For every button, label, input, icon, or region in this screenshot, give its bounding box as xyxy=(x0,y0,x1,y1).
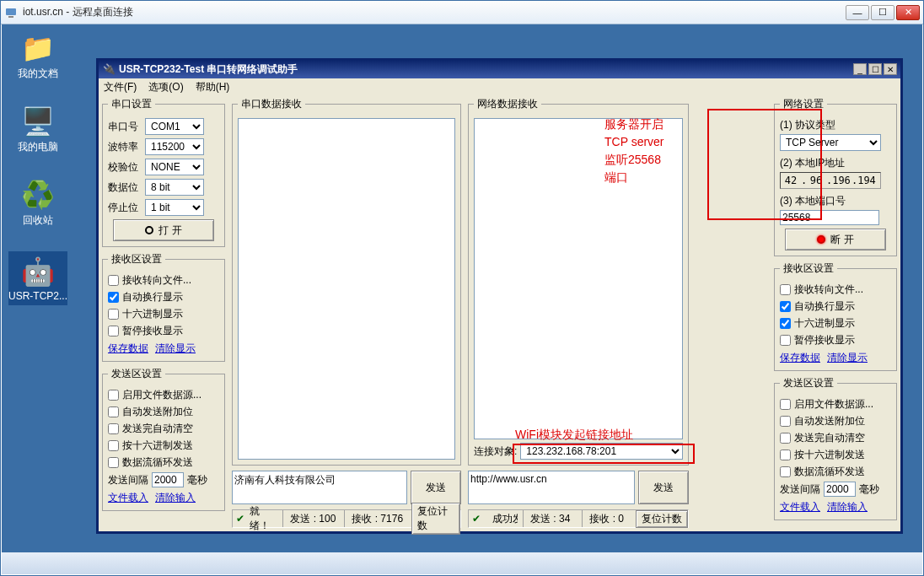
app-minimize-button[interactable]: _ xyxy=(853,63,867,75)
net-rx-settings-group: 接收区设置 接收转向文件... 自动换行显示 十六进制显示 暂停接收显示 保存数… xyxy=(774,261,897,371)
protocol-select[interactable]: TCP Server xyxy=(780,134,881,151)
conn-target-select[interactable]: 123.232.168.78:201 xyxy=(520,443,683,460)
menu-help[interactable]: 帮助(H) xyxy=(196,80,230,94)
menu-options[interactable]: 选项(O) xyxy=(148,80,183,94)
nrx-tofile-check[interactable] xyxy=(780,284,791,295)
close-button[interactable]: ✕ xyxy=(896,5,920,20)
ntx-file-check[interactable] xyxy=(780,399,791,410)
tx-hex-check[interactable] xyxy=(108,440,119,451)
nrx-hex-check[interactable] xyxy=(780,318,791,329)
nrx-clear-link[interactable]: 清除显示 xyxy=(827,351,868,365)
serial-send-button[interactable]: 发送 xyxy=(411,471,461,504)
local-ip-input[interactable]: 42.96.196.194 xyxy=(780,172,881,189)
parity-select[interactable]: NONE xyxy=(145,159,204,175)
net-rx-display-group: 网络数据接收 连接对象: 123.232.168.78:201 xyxy=(468,97,689,466)
serial-settings-group: 串口设置 串口号COM1 波特率115200 校验位NONE 数据位8 bit … xyxy=(102,97,225,247)
ntx-interval-input[interactable] xyxy=(824,482,856,497)
tx-file-check[interactable] xyxy=(108,390,119,401)
tx-load-link[interactable]: 文件载入 xyxy=(108,491,148,505)
rx-clear-link[interactable]: 清除显示 xyxy=(155,342,196,356)
serial-open-button[interactable]: 打 开 xyxy=(113,219,214,241)
tx-interval-input[interactable] xyxy=(152,472,184,487)
rx-pause-check[interactable] xyxy=(108,326,119,336)
tx-clear-link[interactable]: 清除输入 xyxy=(155,491,196,505)
recyclebin-icon[interactable]: ♻️ 回收站 xyxy=(8,178,67,228)
serial-rx-display-group: 串口数据接收 xyxy=(232,97,461,466)
rdp-icon xyxy=(4,6,18,19)
net-settings-group: 网络设置 (1) 协议类型 TCP Server (2) 本地IP地址 42.9… xyxy=(774,97,897,256)
taskbar xyxy=(2,552,922,574)
serial-status-bar: ✔就绪！ 发送 : 100 接收 : 7176 复位计数 xyxy=(232,509,461,528)
net-status-bar: ✔ 成功发送 http://www.usr 发送 : 34 接收 : 0 复位计… xyxy=(468,509,689,528)
baud-select[interactable]: 115200 xyxy=(145,138,204,155)
app-icon: 🔌 xyxy=(102,62,116,76)
ntx-loop-check[interactable] xyxy=(780,466,791,477)
app-titlebar: 🔌 USR-TCP232-Test 串口转网络调试助手 _ ☐ ✕ xyxy=(99,60,900,78)
rx-tofile-check[interactable] xyxy=(108,275,119,286)
rx-save-link[interactable]: 保存数据 xyxy=(108,342,148,356)
remote-desktop-area: 📁 我的文档 🖥️ 我的电脑 ♻️ 回收站 🤖 USR-TCP2... 🔌 US… xyxy=(2,24,922,552)
nrx-save-link[interactable]: 保存数据 xyxy=(780,351,820,365)
net-tx-settings-group: 发送区设置 启用文件数据源... 自动发送附加位 发送完自动清空 按十六进制发送… xyxy=(774,376,897,520)
ntx-hex-check[interactable] xyxy=(780,449,791,460)
serial-rx-textarea[interactable] xyxy=(238,118,455,460)
stopbits-select[interactable]: 1 bit xyxy=(145,199,204,216)
app-shortcut-icon[interactable]: 🤖 USR-TCP2... xyxy=(8,251,67,305)
rx-wrap-check[interactable] xyxy=(108,292,119,303)
net-send-button[interactable]: 发送 xyxy=(638,471,689,504)
conn-target-label: 连接对象: xyxy=(474,444,517,459)
serial-tx-textarea[interactable]: 济南有人科技有限公司 xyxy=(232,471,407,504)
serial-rx-settings-group: 接收区设置 接收转向文件... 自动换行显示 十六进制显示 暂停接收显示 保存数… xyxy=(102,252,225,362)
serial-tx-settings-group: 发送区设置 启用文件数据源... 自动发送附加位 发送完自动清空 按十六进制发送… xyxy=(102,367,225,511)
net-disconnect-button[interactable]: 断 开 xyxy=(785,229,886,250)
nrx-wrap-check[interactable] xyxy=(780,301,791,312)
ntx-clear-link[interactable]: 清除输入 xyxy=(827,500,868,514)
svg-rect-1 xyxy=(8,16,13,18)
menubar: 文件(F) 选项(O) 帮助(H) xyxy=(99,78,900,95)
rx-hex-check[interactable] xyxy=(108,309,119,320)
app-maximize-button[interactable]: ☐ xyxy=(868,63,882,75)
rdp-titlebar: iot.usr.cn - 远程桌面连接 — ☐ ✕ xyxy=(1,1,923,24)
ntx-load-link[interactable]: 文件载入 xyxy=(780,500,820,514)
ntx-append-check[interactable] xyxy=(780,416,791,427)
rdp-title: iot.usr.cn - 远程桌面连接 xyxy=(23,5,133,19)
tx-autoclear-check[interactable] xyxy=(108,423,119,434)
net-rx-textarea[interactable] xyxy=(474,118,683,439)
mydocuments-icon[interactable]: 📁 我的文档 xyxy=(8,31,67,81)
databits-select[interactable]: 8 bit xyxy=(145,179,204,196)
local-port-input[interactable] xyxy=(780,210,879,225)
ntx-autoclear-check[interactable] xyxy=(780,433,791,444)
net-reset-button[interactable]: 复位计数 xyxy=(636,510,688,528)
app-close-button[interactable]: ✕ xyxy=(884,63,897,75)
app-title-text: USR-TCP232-Test 串口转网络调试助手 xyxy=(119,62,298,77)
serial-port-select[interactable]: COM1 xyxy=(145,118,204,135)
nrx-pause-check[interactable] xyxy=(780,335,791,346)
maximize-button[interactable]: ☐ xyxy=(871,5,894,20)
svg-rect-0 xyxy=(6,8,16,15)
net-tx-textarea[interactable]: http://www.usr.cn xyxy=(468,471,635,504)
menu-file[interactable]: 文件(F) xyxy=(104,80,137,94)
tx-loop-check[interactable] xyxy=(108,457,119,468)
serial-reset-button[interactable]: 复位计数 xyxy=(411,503,460,535)
tx-append-check[interactable] xyxy=(108,406,119,417)
app-window: 🔌 USR-TCP232-Test 串口转网络调试助手 _ ☐ ✕ 文件(F) … xyxy=(96,58,903,534)
minimize-button[interactable]: — xyxy=(846,5,869,20)
mycomputer-icon[interactable]: 🖥️ 我的电脑 xyxy=(8,105,67,154)
